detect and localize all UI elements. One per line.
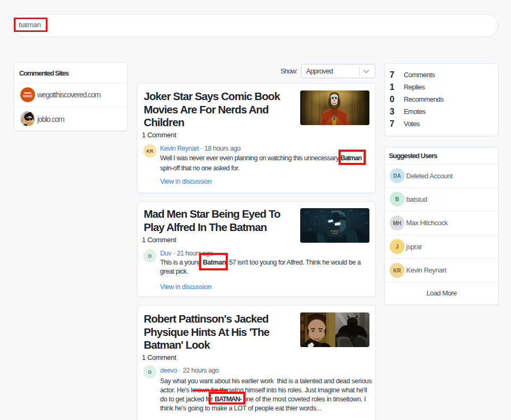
svg-text:COVERED: COVERED — [22, 95, 34, 97]
